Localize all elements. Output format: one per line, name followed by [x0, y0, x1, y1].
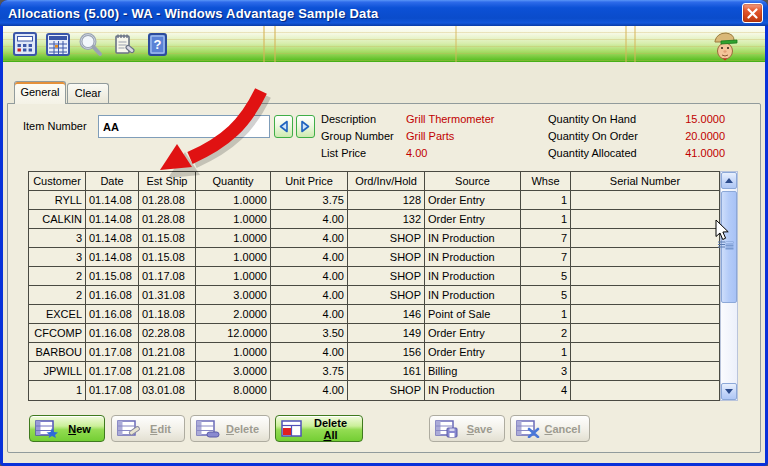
arrow-left-icon: [278, 120, 289, 133]
table-cell: 5: [521, 267, 571, 286]
search-icon[interactable]: [76, 30, 105, 59]
tab-general[interactable]: General: [14, 81, 66, 104]
scrollbar-thumb[interactable]: [721, 191, 737, 303]
table-cell: 01.28.08: [139, 210, 196, 229]
item-number-input[interactable]: [98, 115, 270, 138]
save-record-icon: [435, 420, 459, 438]
table-cell: IN Production: [425, 381, 521, 400]
column-header: Date: [86, 172, 139, 191]
qty-allocated-value: 41.0000: [680, 147, 725, 159]
title-bar[interactable]: Allocations (5.00) - WA - Windows Advant…: [0, 0, 768, 26]
arrow-right-icon: [300, 120, 311, 133]
delete-all-button-label: Delete All: [305, 417, 356, 441]
new-button[interactable]: New: [29, 415, 105, 442]
table-cell: 01.21.08: [139, 343, 196, 362]
table-cell: 128: [348, 191, 425, 210]
mascot-icon: [709, 29, 741, 61]
table-cell: 8.0000: [196, 381, 271, 400]
table-scrollbar[interactable]: [720, 171, 738, 401]
table-cell: Order Entry: [425, 210, 521, 229]
table-cell: 7: [521, 248, 571, 267]
table-cell: [571, 267, 719, 286]
table-cell: 01.16.08: [86, 305, 139, 324]
allocations-window: Allocations (5.00) - WA - Windows Advant…: [0, 0, 768, 466]
table-cell: 1.0000: [196, 248, 271, 267]
table-row[interactable]: CFCOMP01.16.0802.28.0812.00003.50149Orde…: [29, 324, 719, 343]
table-row[interactable]: EXCEL01.16.0801.18.082.00004.00146Point …: [29, 305, 719, 324]
table-cell: 4.00: [271, 229, 348, 248]
help-icon[interactable]: ?: [142, 30, 171, 59]
table-row[interactable]: 101.17.0803.01.088.00004.00SHOPIN Produc…: [29, 381, 719, 400]
table-row[interactable]: BARBOU01.17.0801.21.081.00004.00156Order…: [29, 343, 719, 362]
content-area: General Clear Item Number Description Gr…: [3, 62, 765, 463]
delete-button[interactable]: Delete: [190, 415, 270, 442]
list-price-label: List Price: [321, 147, 366, 159]
table-cell: 2: [29, 286, 86, 305]
table-cell: 1.0000: [196, 343, 271, 362]
save-button[interactable]: Save: [429, 415, 505, 442]
table-row[interactable]: 301.14.0801.15.081.00004.00SHOPIN Produc…: [29, 248, 719, 267]
table-cell: 3.75: [271, 362, 348, 381]
table-cell: Order Entry: [425, 324, 521, 343]
notes-icon[interactable]: [109, 30, 138, 59]
table-cell: 01.18.08: [139, 305, 196, 324]
table-cell: Order Entry: [425, 343, 521, 362]
delete-all-button[interactable]: Delete All: [275, 415, 363, 442]
table-cell: JPWILL: [29, 362, 86, 381]
table-row[interactable]: 301.14.0801.15.081.00004.00SHOPIN Produc…: [29, 229, 719, 248]
new-record-icon: [35, 420, 59, 438]
table-cell: [571, 362, 719, 381]
table-cell: IN Production: [425, 248, 521, 267]
qty-on-order-value: 20.0000: [680, 130, 725, 142]
table-cell: 3.50: [271, 324, 348, 343]
table-row[interactable]: JPWILL01.17.0801.21.083.00003.75161Billi…: [29, 362, 719, 381]
table-cell: 4.00: [271, 248, 348, 267]
column-header: Est Ship: [139, 172, 196, 191]
scroll-down-button[interactable]: [721, 383, 737, 400]
qty-allocated-label: Quantity Allocated: [548, 147, 637, 159]
prev-item-button[interactable]: [274, 115, 293, 138]
table-row[interactable]: 201.15.0801.17.081.00004.00SHOPIN Produc…: [29, 267, 719, 286]
table-header-row: CustomerDateEst ShipQuantityUnit PriceOr…: [29, 172, 719, 191]
table-cell: 7: [521, 229, 571, 248]
cancel-button[interactable]: Cancel: [510, 415, 590, 442]
table-cell: 01.14.08: [86, 210, 139, 229]
table-cell: 01.15.08: [86, 267, 139, 286]
table-cell: [571, 324, 719, 343]
table-cell: 3: [29, 248, 86, 267]
table-cell: 3.0000: [196, 286, 271, 305]
table-cell: EXCEL: [29, 305, 86, 324]
table-cell: CFCOMP: [29, 324, 86, 343]
scroll-up-button[interactable]: [721, 172, 737, 189]
table-row[interactable]: CALKIN01.14.0801.28.081.00004.00132Order…: [29, 210, 719, 229]
table-cell: 01.16.08: [86, 286, 139, 305]
table-cell: IN Production: [425, 286, 521, 305]
calendar-icon[interactable]: [43, 30, 72, 59]
delete-button-label: Delete: [222, 423, 263, 435]
edit-record-icon: [117, 420, 141, 438]
svg-text:?: ?: [153, 37, 161, 52]
item-number-label: Item Number: [23, 120, 87, 132]
tab-clear[interactable]: Clear: [67, 83, 109, 103]
table-cell: SHOP: [348, 286, 425, 305]
table-cell: 02.28.08: [139, 324, 196, 343]
table-row[interactable]: RYLL01.14.0801.28.081.00003.75128Order E…: [29, 191, 719, 210]
table-cell: 01.14.08: [86, 229, 139, 248]
table-cell: 4.00: [271, 305, 348, 324]
table-cell: [571, 286, 719, 305]
delete-record-icon: [196, 420, 220, 438]
table-cell: 1.0000: [196, 267, 271, 286]
edit-button[interactable]: Edit: [111, 415, 185, 442]
table-cell: 156: [348, 343, 425, 362]
table-cell: 01.14.08: [86, 191, 139, 210]
table-row[interactable]: 201.16.0801.31.083.00004.00SHOPIN Produc…: [29, 286, 719, 305]
group-number-label: Group Number: [321, 130, 394, 142]
table-cell: 3: [521, 362, 571, 381]
close-button[interactable]: [742, 3, 763, 23]
table-cell: 1: [521, 343, 571, 362]
table-cell: [571, 305, 719, 324]
calculator-icon[interactable]: [10, 30, 39, 59]
next-item-button[interactable]: [296, 115, 315, 138]
column-header: Ord/Inv/Hold: [348, 172, 425, 191]
table-cell: 2.0000: [196, 305, 271, 324]
